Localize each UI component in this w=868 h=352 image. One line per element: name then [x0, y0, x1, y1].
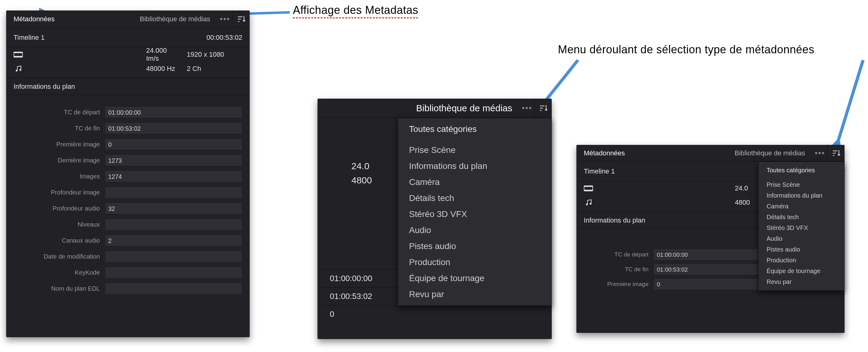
menu-item-all[interactable]: Toutes catégories: [398, 121, 552, 137]
field-audio-depth: Profondeur audio32: [6, 200, 250, 216]
svg-rect-4: [14, 52, 23, 53]
field-label: Première image: [577, 281, 653, 288]
field-label: TC de départ: [6, 109, 105, 116]
field-label: TC de départ: [577, 251, 653, 258]
field-value[interactable]: 01:00:53:02: [105, 122, 242, 134]
field-tc-start: TC de départ01:00:00:00: [6, 104, 250, 120]
metadata-category-menu: Toutes catégories Prise Scène Informatio…: [398, 118, 552, 306]
field-value[interactable]: 1274: [105, 170, 242, 182]
sort-icon: [832, 149, 841, 158]
menu-item-camera[interactable]: Caméra: [758, 201, 844, 212]
music-icon: [13, 65, 32, 72]
video-resolution: 1920 x 1080: [181, 51, 242, 59]
field-value[interactable]: 32: [105, 202, 242, 214]
field-label: Nom du plan EDL: [6, 285, 105, 292]
film-icon: [13, 51, 32, 58]
metadata-panel-b: Bibliothèque de médias ••• 24.0 4800 01:…: [317, 99, 552, 339]
field-value[interactable]: 0: [105, 138, 242, 150]
menu-item-audio-tracks[interactable]: Pistes audio: [398, 238, 552, 254]
film-icon: [584, 185, 602, 192]
field-value[interactable]: [105, 283, 242, 294]
field-value[interactable]: [105, 267, 242, 278]
svg-rect-10: [584, 190, 593, 191]
tab-media-library[interactable]: Bibliothèque de médias: [727, 145, 812, 162]
tab-metadata[interactable]: Métadonnées: [6, 10, 62, 28]
field-value[interactable]: [105, 219, 242, 230]
menu-item-stereo-vfx[interactable]: Stéréo 3D VFX: [398, 206, 552, 222]
panel-header: Métadonnées Bibliothèque de médias •••: [577, 145, 844, 161]
menu-item-audio[interactable]: Audio: [398, 222, 552, 238]
field-value[interactable]: [105, 187, 242, 198]
field-image-depth: Profondeur image: [6, 184, 250, 200]
menu-item-shot-scene[interactable]: Prise Scène: [758, 180, 844, 190]
field-first-frame: Première image0: [6, 136, 250, 152]
music-icon: [584, 199, 602, 206]
menu-item-crew[interactable]: Équipe de tournage: [758, 266, 844, 277]
svg-point-11: [586, 203, 588, 205]
tab-media-library[interactable]: Bibliothèque de médias: [132, 10, 218, 28]
field-label: TC de fin: [577, 266, 653, 273]
annotation-underline: [293, 17, 418, 19]
field-keykode: KeyKode: [6, 264, 250, 281]
audio-channels: 2 Ch: [181, 65, 242, 73]
menu-item-production[interactable]: Production: [398, 254, 552, 270]
field-label: KeyKode: [6, 269, 105, 276]
video-fps: 24.000 Im/s: [32, 46, 181, 63]
field-label: Date de modification: [6, 253, 105, 260]
annotation-dropdown-menu: Menu déroulant de sélection type de méta…: [558, 43, 814, 56]
menu-item-stereo-vfx[interactable]: Stéréo 3D VFX: [758, 223, 844, 233]
annotation-text: Affichage des Metadatas: [293, 4, 418, 16]
menu-item-clip-info[interactable]: Informations du plan: [758, 190, 844, 201]
menu-item-all[interactable]: Toutes catégories: [758, 165, 844, 176]
more-options-button[interactable]: •••: [812, 148, 827, 158]
sort-dropdown-button[interactable]: [534, 100, 552, 117]
menu-item-tech-details[interactable]: Détails tech: [758, 212, 844, 223]
sort-dropdown-button[interactable]: [827, 145, 844, 162]
field-value[interactable]: [105, 251, 242, 262]
field-value[interactable]: 1273: [105, 154, 242, 166]
menu-item-tech-details[interactable]: Détails tech: [398, 190, 552, 206]
svg-rect-5: [14, 56, 23, 57]
field-audio-channels: Canaux audio2: [6, 232, 250, 249]
timeline-name: Timeline 1: [584, 167, 615, 175]
annotation-display-metadata: Affichage des Metadatas: [293, 4, 418, 19]
field-label: Images: [6, 173, 105, 180]
field-value[interactable]: 01:00:00:00: [105, 106, 242, 118]
timeline-summary-row: Timeline 1 00:00:53:02: [6, 28, 250, 47]
field-label: TC de fin: [6, 125, 105, 132]
tab-metadata[interactable]: Métadonnées: [577, 145, 632, 162]
menu-item-shot-scene[interactable]: Prise Scène: [398, 142, 552, 158]
svg-point-7: [20, 69, 21, 71]
panel-header: Bibliothèque de médias •••: [317, 99, 552, 118]
field-label: Profondeur audio: [6, 205, 105, 212]
menu-item-reviewed-by[interactable]: Revu par: [398, 286, 552, 302]
menu-item-reviewed-by[interactable]: Revu par: [758, 277, 844, 287]
field-label: Profondeur image: [6, 189, 105, 196]
sort-icon: [539, 103, 548, 113]
menu-item-crew[interactable]: Équipe de tournage: [398, 270, 552, 286]
more-options-button[interactable]: •••: [520, 103, 534, 113]
menu-item-audio[interactable]: Audio: [758, 233, 844, 244]
tc-value: 01:00:00:00: [317, 274, 385, 283]
tab-media-library[interactable]: Bibliothèque de médias: [409, 100, 520, 117]
sort-dropdown-button[interactable]: [232, 10, 250, 28]
audio-hz: 48000 Hz: [32, 65, 181, 73]
metadata-panel-c: Métadonnées Bibliothèque de médias ••• T…: [577, 145, 844, 333]
timeline-duration: 00:00:53:02: [207, 34, 242, 42]
n-value: 0: [317, 310, 334, 319]
field-mod-date: Date de modification: [6, 249, 250, 264]
row-n: 0: [317, 305, 552, 323]
svg-rect-9: [584, 186, 593, 187]
video-info-row: 24.000 Im/s 1920 x 1080: [6, 47, 250, 62]
annotation-text: Menu déroulant de sélection type de méta…: [558, 43, 814, 56]
arrow-to-sort-button-c: [829, 60, 868, 147]
svg-point-12: [590, 203, 591, 205]
tc-value: 01:00:53:02: [317, 292, 385, 301]
field-value[interactable]: 2: [105, 234, 242, 246]
more-options-button[interactable]: •••: [218, 14, 232, 24]
menu-item-audio-tracks[interactable]: Pistes audio: [758, 244, 844, 255]
field-frames: Images1274: [6, 168, 250, 184]
menu-item-clip-info[interactable]: Informations du plan: [398, 158, 552, 174]
menu-item-camera[interactable]: Caméra: [398, 174, 552, 190]
menu-item-production[interactable]: Production: [758, 255, 844, 266]
